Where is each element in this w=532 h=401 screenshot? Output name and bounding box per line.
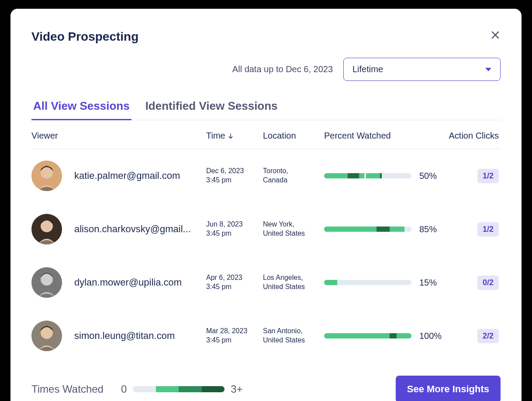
close-icon[interactable]: [490, 30, 501, 40]
tab-identified-view-sessions[interactable]: Identified View Sessions: [144, 99, 280, 120]
percent-watched-bar: [324, 280, 411, 285]
action-clicks-badge: 1/2: [477, 222, 499, 237]
percent-watched-value: 85%: [419, 224, 437, 234]
column-viewer[interactable]: Viewer: [31, 131, 206, 141]
viewer-email: alison.charkovsky@gmail...: [74, 223, 191, 235]
tab-all-view-sessions[interactable]: All View Sessions: [31, 99, 131, 120]
legend-max: 3+: [231, 383, 242, 395]
avatar: [31, 160, 62, 191]
percent-watched-bar: [324, 333, 411, 338]
table-row[interactable]: simon.leung@titan.comMar 28, 20233:45 pm…: [31, 309, 501, 363]
timeframe-selected: Lifetime: [352, 64, 383, 74]
location-cell: New York,United States: [263, 220, 324, 238]
avatar: [31, 321, 62, 351]
table-row[interactable]: katie.palmer@gmail.comDec 6, 20233:45 pm…: [31, 149, 501, 202]
video-prospecting-modal: Video Prospecting All data up to Dec 6, …: [10, 9, 522, 401]
viewer-cell: katie.palmer@gmail.com: [31, 160, 206, 191]
action-clicks-cell: 2/2: [438, 329, 499, 343]
viewer-cell: dylan.mower@upilia.com: [31, 267, 206, 298]
legend-label: Times Watched: [31, 383, 104, 395]
viewer-email: dylan.mower@upilia.com: [74, 277, 182, 288]
see-more-insights-button[interactable]: See More Insights: [396, 376, 501, 401]
chevron-down-icon: [485, 68, 491, 71]
timeframe-dropdown[interactable]: Lifetime: [343, 58, 501, 81]
column-percent-watched[interactable]: Percent Watched: [324, 131, 438, 141]
column-time[interactable]: Time: [206, 131, 263, 141]
table-row[interactable]: alison.charkovsky@gmail...Jun 8, 20233:4…: [31, 202, 501, 256]
action-clicks-cell: 1/2: [438, 169, 499, 183]
avatar: [31, 214, 62, 244]
percent-watched-cell: 85%: [324, 224, 438, 234]
avatar: [31, 267, 62, 298]
location-cell: Toronto,Canada: [263, 167, 324, 185]
times-watched-legend: Times Watched 0 3+: [31, 383, 243, 395]
table-row[interactable]: dylan.mower@upilia.comApr 6, 20233:45 pm…: [31, 256, 501, 309]
location-cell: Los Angeles,United States: [263, 273, 324, 292]
table-body: katie.palmer@gmail.comDec 6, 20233:45 pm…: [31, 149, 501, 363]
table-header-row: Viewer Time Location Percent Watched Act…: [31, 120, 501, 149]
percent-watched-bar: [324, 173, 411, 178]
time-cell: Apr 6, 20233:45 pm: [206, 273, 263, 292]
tabs: All View SessionsIdentified View Session…: [31, 99, 501, 120]
percent-watched-value: 15%: [419, 278, 437, 288]
percent-watched-cell: 100%: [324, 331, 438, 341]
action-clicks-badge: 1/2: [477, 169, 499, 183]
action-clicks-cell: 1/2: [438, 222, 499, 237]
legend-gradient-bar: [133, 386, 225, 392]
percent-watched-cell: 15%: [324, 278, 438, 288]
legend-min: 0: [121, 383, 127, 395]
percent-watched-cell: 50%: [324, 171, 438, 181]
viewer-email: simon.leung@titan.com: [74, 330, 175, 342]
time-cell: Jun 8, 20233:45 pm: [206, 220, 263, 238]
action-clicks-badge: 2/2: [477, 329, 499, 343]
time-cell: Mar 28, 20233:45 pm: [206, 327, 263, 345]
action-clicks-cell: 0/2: [438, 275, 499, 290]
modal-title: Video Prospecting: [31, 30, 138, 44]
action-clicks-badge: 0/2: [477, 275, 499, 290]
percent-watched-value: 50%: [419, 171, 437, 181]
viewer-cell: simon.leung@titan.com: [31, 321, 206, 351]
date-range-label: All data up to Dec 6, 2023: [232, 64, 333, 74]
viewer-cell: alison.charkovsky@gmail...: [31, 214, 206, 244]
viewer-email: katie.palmer@gmail.com: [74, 170, 180, 181]
sort-descending-icon: [227, 133, 234, 139]
column-action-clicks[interactable]: Action Clicks: [438, 131, 499, 141]
time-cell: Dec 6, 20233:45 pm: [206, 167, 263, 185]
percent-watched-bar: [324, 227, 411, 232]
column-location[interactable]: Location: [263, 131, 324, 141]
location-cell: San Antonio,United States: [263, 327, 324, 345]
